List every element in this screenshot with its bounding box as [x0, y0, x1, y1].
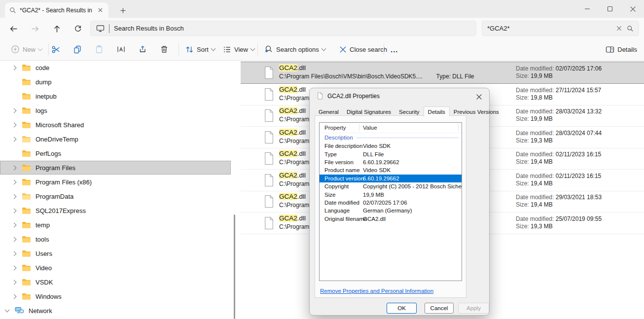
dialog-file-icon [317, 92, 323, 100]
chevron-right-icon[interactable] [11, 165, 17, 171]
property-row[interactable]: CopyrightCopyright (C) 2005 - 2012 Bosch… [320, 182, 462, 190]
delete-button[interactable] [158, 43, 171, 55]
chevron-right-icon[interactable] [11, 222, 17, 228]
property-row[interactable]: Original filenameGCA2.dll [320, 215, 462, 223]
cancel-button[interactable]: Cancel [425, 303, 454, 314]
search-options-button[interactable]: Search options [264, 38, 325, 60]
chevron-right-icon[interactable] [11, 136, 17, 142]
sidebar-item-code[interactable]: code [0, 61, 231, 74]
chevron-down-icon[interactable] [4, 308, 10, 314]
minimize-button[interactable] [576, 0, 599, 18]
view-button[interactable]: View [223, 38, 254, 60]
search-box[interactable]: *GCA2* [482, 21, 639, 36]
copy-button[interactable] [71, 43, 84, 55]
share-button[interactable] [136, 43, 149, 55]
property-row[interactable]: File descriptionVideo SDK [320, 142, 462, 150]
ok-button[interactable]: OK [387, 303, 417, 314]
details-pane-button[interactable]: Details [606, 38, 637, 60]
folder-icon [22, 136, 31, 143]
sort-button[interactable]: Sort [185, 38, 215, 60]
folder-icon [22, 221, 31, 229]
file-row[interactable]: GCA2.dll C:\Program Files\Bosch\VMS\bin\… [241, 62, 644, 84]
sidebar-item-onedrivetemp[interactable]: OneDriveTemp [0, 132, 231, 146]
cut-button[interactable] [49, 43, 62, 55]
dialog-titlebar: GCA2.dll Properties [317, 92, 380, 100]
sidebar-scrollbar[interactable] [234, 214, 235, 319]
chevron-right-icon[interactable] [11, 265, 17, 271]
folder-icon [22, 64, 31, 71]
file-name: GCA2.dll [279, 86, 306, 93]
chevron-right-icon[interactable] [11, 293, 17, 299]
property-row[interactable]: Product nameVideo SDK [320, 166, 462, 174]
property-list-header: Property Value [320, 123, 462, 133]
search-icon[interactable] [627, 25, 634, 32]
tab-digital-signatures[interactable]: Digital Signatures [343, 107, 395, 116]
refresh-button[interactable] [72, 22, 84, 35]
sidebar-item-users[interactable]: Users [0, 247, 231, 260]
close-search-button[interactable]: Close search [339, 38, 387, 60]
sidebar-item-logs[interactable]: logs [0, 104, 231, 117]
back-button[interactable] [7, 22, 20, 35]
folder-icon [22, 150, 31, 157]
folder-icon [22, 93, 31, 100]
property-row-selected[interactable]: Product version6.60.19.29662 [320, 175, 462, 182]
tab-strip: *GCA2* - Search Results in Bo [0, 0, 644, 18]
search-clear-icon[interactable] [616, 26, 622, 31]
folder-icon [22, 236, 31, 243]
chevron-right-icon[interactable] [11, 65, 17, 71]
chevron-right-icon[interactable] [11, 122, 17, 128]
chevron-right-icon[interactable] [11, 236, 17, 242]
sidebar-item-windows[interactable]: Windows [0, 289, 231, 303]
breadcrumb-chevron-icon[interactable] [109, 24, 109, 33]
tab-previous-versions[interactable]: Previous Versions [450, 107, 503, 116]
sidebar-item-temp[interactable]: temp [0, 218, 231, 232]
property-row[interactable]: File version6.60.19.29662 [320, 158, 462, 166]
property-row[interactable]: TypeDLL File [320, 150, 462, 158]
sidebar-item-programdata[interactable]: ProgramData [0, 189, 231, 203]
sidebar-item-sql2017express[interactable]: SQL2017Express [0, 204, 231, 217]
tab-general[interactable]: General [315, 107, 343, 116]
chevron-right-icon[interactable] [11, 250, 17, 256]
forward-button[interactable] [29, 22, 41, 35]
sidebar-item-dump[interactable]: dump [0, 75, 231, 89]
more-options-button[interactable]: ... [391, 38, 398, 60]
sidebar-item-tools[interactable]: tools [0, 232, 231, 246]
apply-button[interactable]: Apply [458, 303, 489, 314]
address-field[interactable]: Search Results in Bosch [90, 21, 476, 36]
sidebar-item-vsdk[interactable]: VSDK [0, 275, 231, 289]
sidebar-item-label: OneDriveTemp [36, 136, 78, 143]
rename-button[interactable] [114, 43, 127, 55]
sidebar-item-network[interactable]: Network [0, 304, 231, 318]
property-row[interactable]: Size19,9 MB [320, 190, 462, 198]
chevron-right-icon[interactable] [11, 179, 17, 185]
maximize-button[interactable] [599, 0, 621, 18]
chevron-right-icon[interactable] [11, 208, 17, 213]
sidebar-item-perflogs[interactable]: PerfLogs [0, 146, 231, 160]
explorer-tab[interactable]: *GCA2* - Search Results in Bo [5, 2, 108, 18]
file-details: Date modified: 28/03/2024 13:32 Size: 19… [516, 108, 602, 123]
folder-icon [22, 107, 31, 114]
property-row[interactable]: Date modified02/07/2025 17:06 [320, 199, 462, 207]
sidebar-item-inetpub[interactable]: inetpub [0, 89, 231, 103]
breadcrumb[interactable]: Search Results in Bosch [114, 25, 184, 32]
tab-close-icon[interactable] [96, 6, 104, 14]
remove-properties-link[interactable]: Remove Properties and Personal Informati… [320, 288, 433, 294]
tab-details[interactable]: Details [424, 106, 450, 116]
property-row[interactable]: LanguageGerman (Germany) [320, 207, 462, 214]
tab-security[interactable]: Security [395, 107, 424, 116]
dialog-close-icon[interactable] [474, 92, 484, 102]
sidebar-item-video[interactable]: Video [0, 261, 231, 275]
close-button[interactable] [621, 0, 644, 18]
chevron-right-icon[interactable] [11, 193, 17, 199]
new-tab-button[interactable] [117, 5, 128, 16]
sidebar-item-microsoft-shared[interactable]: Microsoft Shared [0, 118, 231, 132]
sidebar-item-program-files[interactable]: Program Files [0, 161, 231, 175]
new-button[interactable]: New [11, 38, 42, 60]
paste-button[interactable] [93, 43, 106, 55]
chevron-right-icon[interactable] [11, 279, 17, 285]
up-button[interactable] [50, 22, 63, 35]
details-pane-label: Details [617, 46, 637, 53]
search-input[interactable]: *GCA2* [487, 25, 611, 32]
sidebar-item-program-files-x86[interactable]: Program Files (x86) [0, 175, 231, 189]
chevron-right-icon[interactable] [11, 107, 17, 113]
